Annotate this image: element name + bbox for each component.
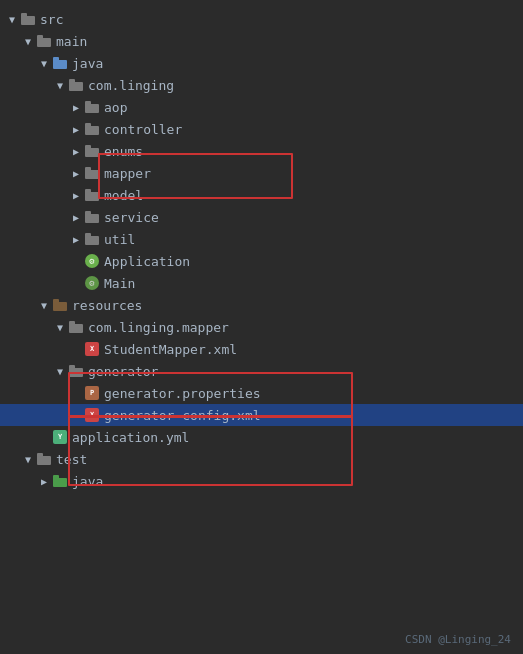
label-mapper: mapper [104, 166, 515, 181]
tree-item-src[interactable]: ▼ src [0, 8, 523, 30]
label-generator-props: generator.properties [104, 386, 515, 401]
folder-icon-com-linging [68, 77, 84, 93]
props-icon-generator: P [84, 385, 100, 401]
tree-item-generator-config[interactable]: X generator-config.xml [0, 404, 523, 426]
arrow-service[interactable]: ▶ [68, 209, 84, 225]
arrow-generator[interactable]: ▼ [52, 363, 68, 379]
tree-item-util[interactable]: ▶ util [0, 228, 523, 250]
arrow-mapper[interactable]: ▶ [68, 165, 84, 181]
arrow-util[interactable]: ▶ [68, 231, 84, 247]
tree-item-resources[interactable]: ▼ resources [0, 294, 523, 316]
folder-icon-mapper [84, 165, 100, 181]
arrow-placeholder-gen-config [68, 407, 84, 423]
label-com-linging-mapper: com.linging.mapper [88, 320, 515, 335]
xml-icon-generator-config: X [84, 407, 100, 423]
label-generator: generator [88, 364, 515, 379]
label-service: service [104, 210, 515, 225]
tree-item-model[interactable]: ▶ model [0, 184, 523, 206]
arrow-enums[interactable]: ▶ [68, 143, 84, 159]
label-java-test: java [72, 474, 515, 489]
label-controller: controller [104, 122, 515, 137]
tree-item-test[interactable]: ▼ test [0, 448, 523, 470]
watermark: CSDN @Linging_24 [405, 633, 511, 646]
tree-item-generator[interactable]: ▼ generator [0, 360, 523, 382]
folder-icon-model [84, 187, 100, 203]
folder-icon-src [20, 11, 36, 27]
folder-icon-main [36, 33, 52, 49]
label-enums: enums [104, 144, 515, 159]
arrow-placeholder-app [68, 253, 84, 269]
label-application: Application [104, 254, 515, 269]
arrow-src[interactable]: ▼ [4, 11, 20, 27]
tree-item-student-mapper[interactable]: X StudentMapper.xml [0, 338, 523, 360]
label-main-class: Main [104, 276, 515, 291]
spring-icon-application: ⚙ [84, 253, 100, 269]
arrow-resources[interactable]: ▼ [36, 297, 52, 313]
label-generator-config: generator-config.xml [104, 408, 515, 423]
folder-icon-enums [84, 143, 100, 159]
label-util: util [104, 232, 515, 247]
arrow-controller[interactable]: ▶ [68, 121, 84, 137]
tree-item-enums[interactable]: ▶ enums [0, 140, 523, 162]
tree-item-main[interactable]: ▼ main [0, 30, 523, 52]
label-java: java [72, 56, 515, 71]
file-tree[interactable]: ▼ src ▼ main ▼ java ▼ com.linging ▶ aop … [0, 0, 523, 654]
folder-icon-aop [84, 99, 100, 115]
tree-item-main-class[interactable]: ⚙ Main [0, 272, 523, 294]
tree-item-mapper[interactable]: ▶ mapper [0, 162, 523, 184]
arrow-placeholder-main [68, 275, 84, 291]
label-aop: aop [104, 100, 515, 115]
yml-icon-application: Y [52, 429, 68, 445]
label-application-yml: application.yml [72, 430, 515, 445]
tree-item-com-linging[interactable]: ▼ com.linging [0, 74, 523, 96]
label-model: model [104, 188, 515, 203]
tree-item-controller[interactable]: ▶ controller [0, 118, 523, 140]
arrow-aop[interactable]: ▶ [68, 99, 84, 115]
tree-item-application[interactable]: ⚙ Application [0, 250, 523, 272]
arrow-java-test[interactable]: ▶ [36, 473, 52, 489]
folder-icon-resources [52, 297, 68, 313]
folder-icon-generator [68, 363, 84, 379]
arrow-java[interactable]: ▼ [36, 55, 52, 71]
tree-item-generator-props[interactable]: P generator.properties [0, 382, 523, 404]
tree-item-com-linging-mapper[interactable]: ▼ com.linging.mapper [0, 316, 523, 338]
tree-item-java-test[interactable]: ▶ java [0, 470, 523, 492]
arrow-placeholder-gen-props [68, 385, 84, 401]
tree-item-service[interactable]: ▶ service [0, 206, 523, 228]
arrow-placeholder-yml [36, 429, 52, 445]
arrow-main[interactable]: ▼ [20, 33, 36, 49]
label-test: test [56, 452, 515, 467]
arrow-com-linging-mapper[interactable]: ▼ [52, 319, 68, 335]
arrow-model[interactable]: ▶ [68, 187, 84, 203]
label-main: main [56, 34, 515, 49]
xml-icon-student-mapper: X [84, 341, 100, 357]
label-student-mapper: StudentMapper.xml [104, 342, 515, 357]
folder-icon-java-test [52, 473, 68, 489]
arrow-placeholder-student [68, 341, 84, 357]
folder-icon-com-linging-mapper [68, 319, 84, 335]
folder-icon-java [52, 55, 68, 71]
tree-item-aop[interactable]: ▶ aop [0, 96, 523, 118]
spring-icon-main: ⚙ [84, 275, 100, 291]
arrow-test[interactable]: ▼ [20, 451, 36, 467]
label-com-linging: com.linging [88, 78, 515, 93]
label-src: src [40, 12, 515, 27]
folder-icon-controller [84, 121, 100, 137]
folder-icon-test [36, 451, 52, 467]
tree-item-application-yml[interactable]: Y application.yml [0, 426, 523, 448]
tree-item-java[interactable]: ▼ java [0, 52, 523, 74]
arrow-com-linging[interactable]: ▼ [52, 77, 68, 93]
folder-icon-service [84, 209, 100, 225]
folder-icon-util [84, 231, 100, 247]
label-resources: resources [72, 298, 515, 313]
